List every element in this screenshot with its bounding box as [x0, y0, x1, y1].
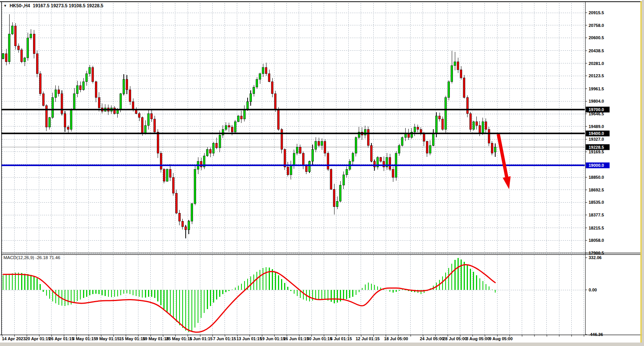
- macd-bar: [95, 290, 96, 294]
- macd-bar: [402, 289, 403, 290]
- candle-body-down: [141, 118, 143, 133]
- macd-bar: [318, 290, 319, 299]
- candle-body-down: [439, 116, 441, 119]
- macd-bar: [37, 278, 37, 290]
- candle-body-up: [246, 101, 248, 110]
- candle-body-up: [83, 82, 85, 90]
- macd-bar: [241, 284, 242, 290]
- macd-bar: [207, 290, 208, 309]
- candle-body-up: [355, 138, 357, 153]
- macd-bar: [145, 290, 146, 298]
- price-axis-label: 18692.5: [589, 188, 604, 192]
- candle-body-up: [312, 150, 314, 161]
- macd-bar: [324, 290, 325, 299]
- candle-body-down: [210, 150, 211, 153]
- candle-body-down: [5, 54, 7, 62]
- macd-bar: [272, 269, 273, 290]
- candle-body-down: [466, 98, 468, 113]
- macd-bar: [204, 290, 205, 313]
- price-axis-label: 20600.5: [589, 35, 604, 40]
- macd-bar: [142, 290, 143, 298]
- time-axis-label: 15 May 01:15: [119, 336, 145, 341]
- macd-bar: [275, 272, 276, 290]
- price-badge-label: 19000.0: [589, 163, 604, 168]
- chart-canvas[interactable]: 20915.520758.020600.520438.520281.020123…: [0, 0, 644, 346]
- macd-bar: [473, 272, 474, 290]
- macd-axis[interactable]: 332.060.00-446.36: [585, 255, 603, 337]
- candle-body-down: [460, 70, 462, 78]
- macd-bar: [442, 276, 443, 290]
- candle-body-up: [250, 94, 252, 102]
- macd-bar: [235, 288, 236, 290]
- macd-bar: [195, 290, 195, 328]
- candle-body-down: [268, 74, 270, 82]
- macd-bar: [105, 290, 105, 296]
- candle-body-up: [12, 26, 13, 34]
- time-axis-label: 9 Aug 05:00: [489, 336, 513, 341]
- price-axis-label: 20123.5: [589, 73, 604, 78]
- candle-body-down: [469, 113, 471, 129]
- macd-histogram: [3, 258, 496, 332]
- time-axis[interactable]: 14 Apr 202320 Apr 01:1526 Apr 01:153 May…: [2, 335, 584, 341]
- time-axis-label: 3 May 01:15: [72, 336, 96, 341]
- macd-bar: [386, 290, 387, 290]
- symbol-dropdown-icon[interactable]: ▼: [3, 4, 7, 8]
- macd-bar: [111, 290, 112, 297]
- candle-body-up: [166, 169, 168, 181]
- macd-bar: [68, 290, 68, 305]
- candle-body-up: [398, 145, 400, 153]
- candle-body-up: [308, 161, 310, 172]
- candle-body-up: [73, 94, 75, 110]
- candle-body-down: [169, 169, 171, 177]
- candle-body-down: [278, 110, 280, 130]
- macd-bar: [365, 284, 366, 290]
- price-axis-label: 20281.0: [589, 61, 604, 66]
- candle-body-down: [95, 82, 97, 97]
- macd-bar: [92, 290, 93, 294]
- time-axis-label: 3 Aug 05:00: [466, 336, 489, 341]
- candle-body-up: [24, 58, 26, 62]
- macd-bar: [451, 264, 452, 290]
- candle-body-down: [216, 143, 218, 148]
- candle-body-down: [488, 130, 490, 143]
- macd-bar: [266, 267, 266, 290]
- macd-bar: [349, 290, 350, 298]
- candle-body-up: [148, 113, 150, 125]
- price-axis[interactable]: 20915.520758.020600.520438.520281.020123…: [585, 10, 610, 255]
- candle-body-up: [237, 116, 239, 122]
- candle-body-down: [265, 67, 267, 74]
- macd-bar: [396, 290, 396, 292]
- candle-body-down: [284, 150, 286, 167]
- macd-bar: [315, 290, 316, 300]
- candle-body-down: [98, 98, 100, 108]
- candle-body-up: [70, 110, 72, 130]
- candle-body-down: [64, 113, 66, 127]
- candle-body-down: [491, 143, 493, 153]
- candle-body-down: [80, 86, 82, 90]
- price-badge-label: 19400.0: [589, 131, 604, 136]
- macd-bar: [464, 262, 464, 290]
- candle-body-down: [181, 221, 183, 227]
- macd-bar: [260, 270, 260, 290]
- time-axis-label: 14 Apr 2023: [2, 336, 25, 341]
- candle-body-down: [36, 54, 38, 74]
- candle-body-up: [336, 201, 338, 207]
- candle-body-up: [188, 221, 190, 230]
- candle-body-up: [8, 34, 10, 62]
- macd-bar: [389, 290, 390, 292]
- candle-body-down: [367, 130, 369, 145]
- macd-bar: [160, 290, 161, 305]
- macd-bar: [483, 281, 483, 290]
- macd-bar: [331, 290, 331, 302]
- candle-body-down: [160, 153, 162, 169]
- price-axis-label: 17900.5: [589, 251, 604, 255]
- candle-body-up: [343, 175, 344, 185]
- macd-bar: [374, 285, 375, 290]
- down-arrow-annotation[interactable]: [498, 134, 511, 189]
- macd-bar: [6, 274, 7, 290]
- candle-body-down: [126, 79, 128, 90]
- candle-body-down: [324, 141, 326, 153]
- candle-body-up: [219, 135, 221, 148]
- macd-bar: [148, 290, 149, 297]
- candle-body-up: [89, 67, 91, 74]
